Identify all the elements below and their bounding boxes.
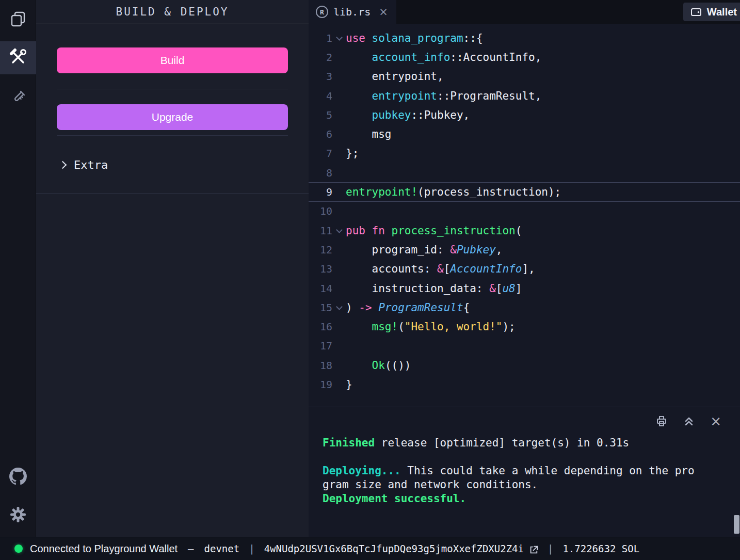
wallet-balance: 1.7226632 SOL <box>562 543 639 554</box>
line-number: 7 <box>309 147 332 159</box>
fold-gutter <box>332 106 346 124</box>
terminal-toolbar: × <box>655 414 721 428</box>
network-name[interactable]: devnet <box>204 543 240 554</box>
extra-section-toggle[interactable]: Extra <box>36 153 309 176</box>
editor-column: R lib.rs × Wallet 1use solana_program::{… <box>309 0 740 537</box>
code-line[interactable]: 5 pubkey::Pubkey, <box>309 105 740 124</box>
build-tools-icon <box>8 48 28 68</box>
extra-label: Extra <box>74 158 108 171</box>
tab-bar: R lib.rs × Wallet <box>309 0 740 24</box>
code-text: Ok(()) <box>346 359 411 372</box>
wallet-button[interactable]: Wallet <box>683 3 740 21</box>
panel-title: BUILD & DEPLOY <box>36 0 309 24</box>
line-number: 8 <box>309 167 332 179</box>
fold-gutter <box>332 183 346 201</box>
code-line[interactable]: 10 <box>309 202 740 221</box>
code-text: } <box>346 378 352 391</box>
printer-icon[interactable] <box>655 415 668 427</box>
line-number: 12 <box>309 244 332 256</box>
main-area: BUILD & DEPLOY Build Upgrade Extra R lib… <box>0 0 740 537</box>
tab-close-icon[interactable]: × <box>379 6 388 18</box>
chevron-right-icon <box>59 161 67 169</box>
line-number: 2 <box>309 51 332 63</box>
line-number: 17 <box>309 340 332 352</box>
code-text: }; <box>346 147 359 159</box>
settings-gear-icon <box>9 505 27 524</box>
code-line[interactable]: 1use solana_program::{ <box>309 28 740 47</box>
terminal-line: Deploying... This could take a while dep… <box>323 464 697 492</box>
rust-icon: R <box>316 6 328 18</box>
github-icon <box>9 468 27 485</box>
code-editor[interactable]: 1use solana_program::{2 account_info::Ac… <box>309 24 740 407</box>
fold-gutter <box>332 202 346 220</box>
fold-chevron-icon[interactable] <box>332 298 346 316</box>
line-number: 18 <box>309 359 332 372</box>
code-text: instruction_data: &[u8] <box>346 282 522 295</box>
code-text: entrypoint::ProgramResult, <box>346 90 541 102</box>
fold-chevron-icon[interactable] <box>332 221 346 239</box>
status-separator: | <box>548 543 553 554</box>
fold-gutter <box>332 145 346 163</box>
wallet-label: Wallet <box>707 6 737 18</box>
code-line[interactable]: 6 msg <box>309 124 740 143</box>
copy-files-icon <box>9 10 27 28</box>
code-line[interactable]: 11pub fn process_instruction( <box>309 221 740 240</box>
tab-lib-rs[interactable]: R lib.rs × <box>309 0 396 24</box>
code-line[interactable]: 8 <box>309 163 740 182</box>
connected-dot <box>14 545 23 553</box>
upgrade-button[interactable]: Upgrade <box>57 104 288 130</box>
code-text: accounts: &[AccountInfo], <box>346 263 535 275</box>
code-line[interactable]: 17 <box>309 337 740 356</box>
code-lines: 1use solana_program::{2 account_info::Ac… <box>309 28 740 394</box>
app-root: BUILD & DEPLOY Build Upgrade Extra R lib… <box>0 0 740 560</box>
collapse-up-icon[interactable] <box>683 415 695 427</box>
code-line[interactable]: 7}; <box>309 144 740 163</box>
tab-label: lib.rs <box>333 6 371 18</box>
fold-chevron-icon[interactable] <box>332 29 346 47</box>
test-tab-icon[interactable] <box>0 83 36 113</box>
code-text: entrypoint, <box>346 70 444 83</box>
code-line[interactable]: 16 msg!("Hello, world!"); <box>309 317 740 336</box>
test-tube-icon <box>9 89 27 106</box>
line-number: 11 <box>309 225 332 237</box>
line-number: 3 <box>309 70 332 83</box>
status-bar: Connected to Playground Wallet – devnet … <box>0 537 740 560</box>
connected-text[interactable]: Connected to Playground Wallet <box>30 543 178 555</box>
external-link-icon[interactable] <box>529 545 538 554</box>
github-link[interactable] <box>0 461 36 491</box>
fold-gutter <box>332 241 346 259</box>
code-line[interactable]: 4 entrypoint::ProgramResult, <box>309 86 740 105</box>
code-line[interactable]: 19} <box>309 375 740 394</box>
code-text: ) -> ProgramResult{ <box>346 301 470 314</box>
explorer-copy-files-icon[interactable] <box>0 4 36 34</box>
code-line[interactable]: 12 program_id: &Pubkey, <box>309 240 740 259</box>
code-line[interactable]: 2 account_info::AccountInfo, <box>309 47 740 67</box>
wallet-address[interactable]: 4wNUdp2USV1Gx6BqTcJfupDQe93g5jmoXxefZDXU… <box>264 543 524 554</box>
fold-gutter <box>332 375 346 393</box>
terminal-panel: × Finished release [optimized] target(s)… <box>309 407 740 537</box>
code-line[interactable]: 15) -> ProgramResult{ <box>309 298 740 317</box>
code-line[interactable]: 9entrypoint!(process_instruction); <box>309 182 740 201</box>
settings-button[interactable] <box>0 500 36 530</box>
line-number: 4 <box>309 90 332 102</box>
line-number: 13 <box>309 263 332 275</box>
build-deploy-tab-icon[interactable] <box>0 41 36 74</box>
build-button[interactable]: Build <box>57 47 288 73</box>
terminal-scrollbar[interactable] <box>734 515 739 534</box>
code-line[interactable]: 14 instruction_data: &[u8] <box>309 279 740 298</box>
line-number: 10 <box>309 205 332 217</box>
fold-gutter <box>332 337 346 355</box>
line-number: 14 <box>309 282 332 295</box>
code-line[interactable]: 3 entrypoint, <box>309 67 740 86</box>
code-line[interactable]: 13 accounts: &[AccountInfo], <box>309 260 740 279</box>
code-line[interactable]: 18 Ok(()) <box>309 356 740 375</box>
code-text: msg!("Hello, world!"); <box>346 321 516 333</box>
fold-gutter <box>332 356 346 374</box>
fold-gutter <box>332 260 346 278</box>
build-deploy-panel: BUILD & DEPLOY Build Upgrade Extra <box>36 0 309 537</box>
code-text: pubkey::Pubkey, <box>346 109 470 121</box>
fold-gutter <box>332 164 346 182</box>
wallet-icon <box>690 6 702 18</box>
terminal-close-icon[interactable]: × <box>710 414 721 428</box>
line-number: 5 <box>309 109 332 121</box>
